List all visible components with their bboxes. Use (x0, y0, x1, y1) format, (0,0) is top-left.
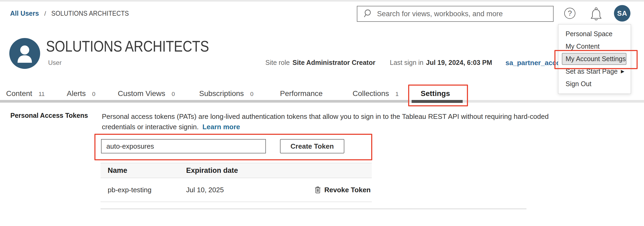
pat-description-line2: credentials or interactive signin. (102, 123, 199, 131)
menu-item-sign-out[interactable]: Sign Out (558, 78, 631, 90)
tokens-table: Name Expiration date pb-exp-testing Jul … (101, 163, 372, 202)
tab-content[interactable]: Content 11 (6, 89, 45, 98)
tab-track (0, 100, 408, 103)
breadcrumb-all-users-link[interactable]: All Users (10, 10, 39, 17)
breadcrumb: All Users / SOLUTIONS ARCHITECTS (10, 10, 135, 17)
search-input[interactable] (377, 10, 553, 18)
tab-label: Performance (280, 89, 323, 98)
tab-label: Collections (353, 89, 389, 98)
person-icon (9, 38, 40, 69)
tab-label: Alerts (67, 89, 86, 98)
window-top-edge (0, 0, 644, 2)
breadcrumb-separator: / (44, 10, 46, 17)
search-box[interactable] (357, 6, 554, 22)
notifications-bell-icon[interactable] (590, 7, 603, 21)
section-divider (101, 208, 526, 209)
submenu-arrow-icon: ▶ (621, 69, 624, 74)
revoke-token-label: Revoke Token (324, 186, 371, 194)
menu-item-highlight: My Account Settings (562, 53, 626, 65)
column-header-name: Name (101, 166, 186, 175)
tab-label: Settings (421, 89, 450, 98)
last-sign-in-value: Jul 19, 2024, 6:03 PM (426, 59, 492, 66)
tab-collections[interactable]: Collections 1 (353, 89, 399, 98)
tab-alerts[interactable]: Alerts 0 (67, 89, 95, 98)
active-tab-underline (412, 100, 463, 103)
trash-icon (314, 186, 321, 194)
account-avatar-button[interactable]: SA (614, 5, 630, 22)
table-row: pb-exp-testing Jul 10, 2025 Revoke Token (101, 178, 372, 202)
pat-description: Personal access tokens (PATs) are long-l… (102, 111, 549, 132)
learn-more-link[interactable]: Learn more (202, 123, 240, 131)
tab-settings[interactable]: Settings (421, 89, 450, 98)
tab-custom-views[interactable]: Custom Views 0 (118, 89, 175, 98)
search-icon (363, 9, 373, 19)
tab-label: Content (6, 89, 32, 98)
tab-count: 11 (39, 91, 45, 98)
tableau-user-settings-page: All Users / SOLUTIONS ARCHITECTS ? SA Pe… (0, 0, 644, 226)
breadcrumb-current: SOLUTIONS ARCHITECTS (51, 10, 129, 17)
site-role-label: Site role (265, 59, 290, 66)
token-name-cell: pb-exp-testing (101, 186, 186, 194)
tab-subscriptions[interactable]: Subscriptions 0 (199, 89, 253, 98)
tokens-table-header: Name Expiration date (101, 163, 372, 178)
section-heading-personal-access-tokens: Personal Access Tokens (10, 112, 88, 119)
site-role-value: Site Administrator Creator (292, 59, 375, 66)
tab-label: Custom Views (118, 89, 165, 98)
page-title: SOLUTIONS ARCHITECTS (46, 37, 209, 55)
revoke-token-button[interactable]: Revoke Token (314, 186, 372, 194)
tab-label: Subscriptions (199, 89, 244, 98)
tab-performance[interactable]: Performance (280, 89, 323, 98)
tab-count: 0 (250, 91, 253, 98)
username-link[interactable]: sa_partner_accou (505, 59, 565, 67)
menu-item-personal-space[interactable]: Personal Space (558, 28, 631, 40)
last-sign-in-label: Last sign in (390, 59, 423, 66)
token-name-input[interactable] (101, 139, 266, 153)
account-dropdown-menu: Personal Space My Content My Account Set… (558, 24, 631, 94)
tab-count: 0 (92, 91, 95, 98)
tab-count: 0 (172, 91, 175, 98)
pat-description-line1: Personal access tokens (PATs) are long-l… (102, 112, 549, 120)
tab-count: 1 (395, 91, 399, 98)
menu-item-my-content[interactable]: My Content (558, 40, 631, 53)
menu-item-label: Set as Start Page (566, 68, 618, 75)
column-header-expiration: Expiration date (186, 166, 287, 175)
help-icon[interactable]: ? (564, 8, 575, 19)
create-token-button[interactable]: Create Token (280, 139, 344, 153)
token-expiration-cell: Jul 10, 2025 (186, 186, 287, 194)
avatar-initials: SA (617, 9, 627, 18)
menu-item-my-account-settings[interactable]: My Account Settings (558, 53, 631, 65)
user-avatar (9, 38, 40, 69)
menu-item-set-as-start-page[interactable]: Set as Start Page ▶ (558, 65, 631, 78)
user-subtitle: User (48, 59, 62, 66)
